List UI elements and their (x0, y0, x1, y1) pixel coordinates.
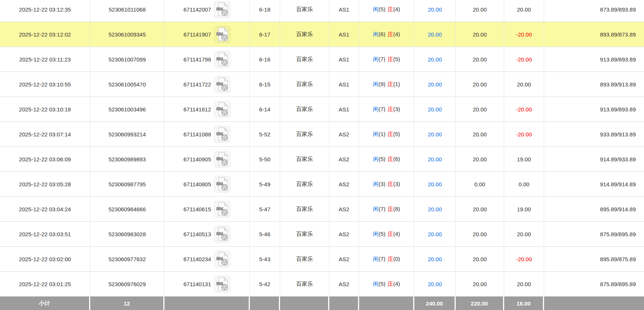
banker-points: (5) (393, 56, 400, 63)
table-row: 2025-12-22 03:10:18 523061003496 6711416… (0, 97, 644, 122)
bet-amount-link[interactable]: 20.00 (414, 172, 456, 196)
banker-result: 庄(0) (388, 256, 400, 263)
round-cell: 671141722 (164, 72, 250, 97)
valid-bet: 20.00 (456, 0, 504, 22)
table-row: 2025-12-22 03:02:00 523060977632 6711402… (0, 247, 644, 272)
player-result: 闲(5) (373, 156, 385, 163)
game-type: 百家乐 (280, 222, 329, 246)
bet-amount-link[interactable]: 20.00 (414, 122, 456, 146)
video-replay-button[interactable] (214, 201, 230, 218)
valid-bet: 20.00 (456, 22, 504, 47)
bet-amount-link[interactable]: 20.00 (414, 272, 456, 296)
win-loss: 20.00 (504, 0, 544, 22)
bet-time: 2025-12-22 03:11:23 (0, 47, 90, 72)
banker-result: 庄(1) (388, 81, 400, 88)
video-replay-button[interactable] (214, 276, 230, 292)
bet-id: 523060987795 (90, 172, 164, 196)
bet-time: 2025-12-22 03:12:35 (0, 0, 90, 22)
table-row: 2025-12-22 03:03:51 523060983028 6711405… (0, 222, 644, 247)
banker-result: 庄(5) (388, 56, 400, 63)
bet-time: 2025-12-22 03:04:24 (0, 197, 90, 221)
banker-points: (4) (393, 31, 400, 38)
banker-result: 庄(4) (388, 281, 400, 288)
round-cell: 671142007 (164, 0, 250, 22)
win-loss: 19.00 (504, 197, 544, 221)
table-name: AS1 (329, 22, 359, 47)
subtotal-empty-round (164, 297, 250, 310)
player-result: 闲(7) (373, 206, 385, 213)
bet-id: 523061009345 (90, 22, 164, 47)
game-type: 百家乐 (280, 247, 329, 271)
game-type: 百家乐 (280, 122, 329, 146)
table-name: AS1 (329, 97, 359, 121)
video-replay-button[interactable] (214, 126, 230, 143)
game-result: 闲(6) 庄(4) (359, 22, 414, 47)
game-type: 百家乐 (280, 147, 329, 171)
video-replay-button[interactable] (214, 226, 230, 243)
banker-label: 庄 (388, 31, 393, 38)
bet-amount-link[interactable]: 20.00 (414, 47, 456, 72)
player-result: 闲(7) (373, 256, 385, 263)
game-result: 闲(9) 庄(1) (359, 72, 414, 97)
player-points: (3) (378, 181, 385, 188)
game-result: 闲(5) 庄(4) (359, 0, 414, 22)
balance-before-after: 895.89/875.89 (544, 247, 644, 271)
player-points: (5) (378, 281, 385, 288)
win-loss: 0.00 (504, 172, 544, 196)
bet-amount-link[interactable]: 20.00 (414, 247, 456, 271)
banker-points: (4) (393, 231, 400, 238)
round-cell: 671140805 (164, 172, 250, 196)
balance-before-after: 875.89/895.89 (544, 272, 644, 296)
video-replay-button[interactable] (214, 76, 230, 93)
game-type: 百家乐 (280, 172, 329, 196)
shoe-round: 6-18 (250, 0, 280, 22)
game-type: 百家乐 (280, 0, 329, 22)
video-replay-button[interactable] (214, 151, 230, 168)
bet-time: 2025-12-22 03:10:55 (0, 72, 90, 97)
video-replay-button[interactable] (214, 176, 230, 193)
player-points: (6) (378, 31, 385, 38)
game-result: 闲(7) 庄(0) (359, 247, 414, 271)
shoe-round: 5-50 (250, 147, 280, 171)
table-name: AS2 (329, 272, 359, 296)
video-replay-button[interactable] (214, 1, 230, 18)
video-replay-icon (216, 52, 229, 66)
video-replay-button[interactable] (214, 101, 230, 118)
subtotal-valid-bet: 220.00 (456, 297, 504, 310)
subtotal-row: 小计 12 240.00 220.00 18.00 (0, 297, 644, 310)
video-replay-icon (216, 102, 229, 116)
bet-id: 523061005470 (90, 72, 164, 97)
win-loss: -20.00 (504, 47, 544, 72)
round-id: 671140905 (183, 156, 211, 162)
bet-time: 2025-12-22 03:10:18 (0, 97, 90, 121)
bet-amount-link[interactable]: 20.00 (414, 72, 456, 97)
video-replay-button[interactable] (214, 251, 230, 268)
player-result: 闲(3) (373, 181, 385, 188)
subtotal-empty-shoe (250, 297, 280, 310)
bet-amount-link[interactable]: 20.00 (414, 147, 456, 171)
player-points: (7) (378, 106, 385, 113)
player-label: 闲 (373, 31, 378, 38)
video-replay-button[interactable] (214, 26, 230, 43)
banker-result: 庄(4) (388, 31, 400, 38)
balance-before-after: 895.89/914.89 (544, 197, 644, 221)
shoe-round: 6-16 (250, 47, 280, 72)
player-label: 闲 (373, 256, 378, 263)
bet-amount-link[interactable]: 20.00 (414, 0, 456, 22)
video-replay-button[interactable] (214, 51, 230, 68)
bet-amount-link[interactable]: 20.00 (414, 22, 456, 47)
shoe-round: 5-49 (250, 172, 280, 196)
banker-label: 庄 (388, 231, 393, 238)
bet-amount-link[interactable]: 20.00 (414, 197, 456, 221)
video-replay-icon (216, 2, 229, 16)
banker-label: 庄 (388, 131, 393, 138)
player-label: 闲 (373, 6, 378, 13)
banker-result: 庄(3) (388, 106, 400, 113)
table-name: AS2 (329, 172, 359, 196)
video-replay-icon (216, 27, 229, 41)
valid-bet: 20.00 (456, 122, 504, 146)
bet-id: 523060993214 (90, 122, 164, 146)
bet-amount-link[interactable]: 20.00 (414, 222, 456, 246)
bet-amount-link[interactable]: 20.00 (414, 97, 456, 121)
balance-before-after: 914.89/933.89 (544, 147, 644, 171)
